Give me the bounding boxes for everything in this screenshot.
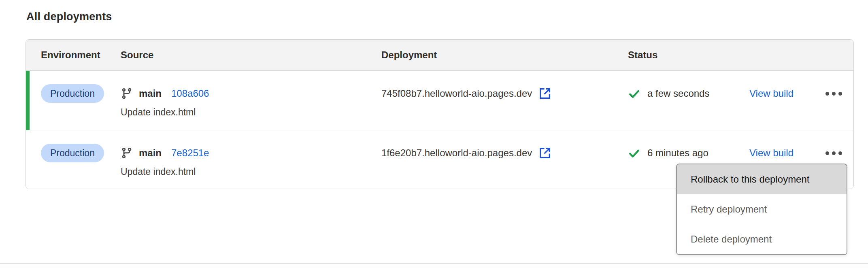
status-time: 6 minutes ago — [647, 147, 708, 159]
menu-item-rollback[interactable]: Rollback to this deployment — [677, 164, 847, 194]
header-environment: Environment — [26, 49, 121, 61]
page-title: All deployments — [26, 11, 112, 23]
header-source: Source — [121, 49, 381, 61]
source-cell: main 108a606 Update index.html — [121, 71, 381, 130]
commit-link[interactable]: 7e8251e — [171, 147, 209, 159]
footer-strip — [0, 264, 868, 268]
environment-cell: Production — [26, 71, 121, 130]
row-actions-cell — [810, 71, 853, 130]
table-row: Production main 108a606 Update index.htm… — [26, 71, 853, 130]
menu-item-delete[interactable]: Delete deployment — [677, 224, 847, 254]
ellipsis-icon[interactable] — [825, 144, 842, 162]
environment-badge: Production — [41, 144, 104, 162]
environment-badge: Production — [41, 84, 104, 103]
menu-item-retry[interactable]: Retry deployment — [677, 194, 847, 224]
deployment-cell: 1f6e20b7.helloworld-aio.pages.dev — [381, 130, 628, 189]
git-branch-icon — [121, 87, 133, 100]
deployment-context-menu: Rollback to this deployment Retry deploy… — [676, 164, 847, 255]
commit-link[interactable]: 108a606 — [171, 88, 209, 99]
deployment-cell: 745f08b7.helloworld-aio.pages.dev — [381, 71, 628, 130]
status-time: a few seconds — [647, 88, 709, 99]
header-deployment: Deployment — [381, 49, 628, 61]
source-cell: main 7e8251e Update index.html — [121, 130, 381, 189]
view-build-link[interactable]: View build — [749, 88, 794, 99]
branch-name: main — [139, 147, 162, 159]
check-icon — [628, 147, 640, 160]
view-build-link[interactable]: View build — [749, 147, 794, 159]
deployment-url[interactable]: 1f6e20b7.helloworld-aio.pages.dev — [381, 147, 532, 159]
external-link-icon[interactable] — [538, 146, 552, 160]
git-branch-icon — [121, 147, 133, 159]
status-cell: a few seconds — [628, 71, 745, 130]
deployment-url[interactable]: 745f08b7.helloworld-aio.pages.dev — [381, 88, 532, 99]
view-build-cell: View build — [745, 71, 810, 130]
check-icon — [628, 87, 640, 100]
commit-message: Update index.html — [121, 106, 381, 118]
commit-message: Update index.html — [121, 166, 381, 177]
external-link-icon[interactable] — [538, 87, 552, 100]
table-header-row: Environment Source Deployment Status — [26, 40, 853, 71]
environment-cell: Production — [26, 130, 121, 189]
ellipsis-icon[interactable] — [825, 84, 842, 103]
deployments-page: All deployments Environment Source Deplo… — [0, 0, 868, 268]
branch-name: main — [139, 88, 162, 99]
header-status: Status — [628, 49, 853, 61]
